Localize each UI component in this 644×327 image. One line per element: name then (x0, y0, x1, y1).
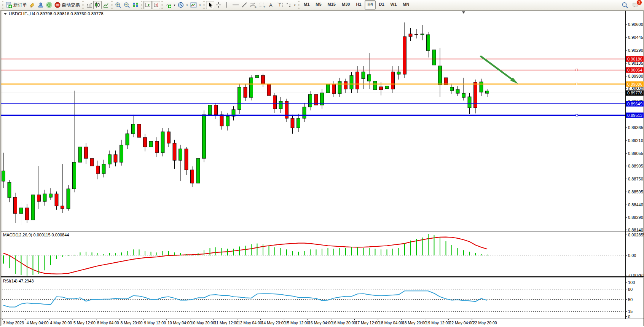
text-label-icon: T (276, 2, 283, 8)
svg-text:0.89055: 0.89055 (628, 151, 643, 156)
line-chart-button[interactable] (102, 1, 110, 9)
zoom-out-button[interactable] (123, 1, 131, 9)
auto-scroll-icon (145, 2, 151, 8)
svg-text:0.88140: 0.88140 (628, 228, 643, 232)
svg-text:22 May 20:00: 22 May 20:00 (473, 321, 497, 325)
price-axis: 0.906000.904450.902900.901350.899800.898… (625, 22, 643, 232)
svg-text:0.88750: 0.88750 (628, 177, 643, 181)
svg-text:0.88905: 0.88905 (628, 164, 643, 168)
candlesticks (2, 22, 489, 225)
candlestick-chart-button[interactable] (93, 1, 102, 9)
crosshair-button[interactable] (214, 1, 223, 9)
symbol-dropdown-icon[interactable] (4, 13, 7, 15)
macd-histogram (3, 234, 487, 276)
svg-text:0.89980: 0.89980 (628, 74, 643, 78)
rsi-pane: RSI(14) 47.29431008050150 (2, 279, 635, 319)
indicators-icon (165, 2, 171, 8)
auto-trading-label: 自动交易 (62, 2, 80, 8)
timeframe-button-m1[interactable]: M1 (301, 0, 312, 10)
svg-text:18 May 04:00: 18 May 04:00 (379, 321, 403, 325)
svg-text:22 May 04:00: 22 May 04:00 (449, 321, 473, 325)
horizontal-level-lines[interactable] (1, 59, 625, 116)
periods-dropdown-caret[interactable]: ▾ (185, 1, 189, 9)
tile-windows-icon (132, 2, 139, 8)
chart-canvas[interactable]: 0.906000.904450.902900.901350.899800.898… (0, 10, 644, 327)
svg-text:9 May 12:00: 9 May 12:00 (144, 321, 166, 325)
text-label-button[interactable]: T (275, 1, 284, 9)
search-button[interactable] (620, 1, 630, 9)
periods-button[interactable] (177, 1, 185, 9)
svg-text:16 May 04:00: 16 May 04:00 (308, 321, 333, 325)
search-icon (622, 2, 628, 8)
timeframe-button-d1[interactable]: D1 (376, 0, 387, 10)
svg-text:0: 0 (628, 314, 630, 319)
chart-title: USDCHF-,H4 0.89798 0.89816 0.89760 0.897… (4, 11, 104, 16)
bar-chart-button[interactable] (85, 1, 93, 9)
candlestick-icon (94, 2, 100, 8)
timeframe-button-m15[interactable]: M15 (325, 0, 338, 10)
timeframe-button-h4[interactable]: H4 (365, 0, 375, 10)
indicators-toolbar-group: ▾ ▾ ▾ (161, 1, 202, 9)
paint-bucket-icon (29, 2, 35, 8)
indicators-dropdown-caret[interactable]: ▾ (172, 1, 177, 9)
fibonacci-button[interactable]: E (249, 1, 258, 9)
svg-text:16 May 20:00: 16 May 20:00 (332, 321, 356, 325)
new-order-button[interactable]: 新订单 (5, 1, 28, 9)
zoom-in-button[interactable] (114, 1, 123, 9)
chat-button[interactable]: 1 (631, 1, 640, 9)
svg-text:17 May 12:00: 17 May 12:00 (355, 321, 380, 325)
clock-icon (178, 2, 184, 8)
trendline-button[interactable] (240, 1, 249, 9)
timeframe-button-h1[interactable]: H1 (353, 0, 364, 10)
svg-text:14 May 23:00: 14 May 23:00 (261, 321, 286, 325)
svg-text:0.89210: 0.89210 (628, 138, 643, 143)
chart-shift-button[interactable] (152, 1, 160, 9)
svg-text:0.90290: 0.90290 (628, 48, 643, 53)
svg-text:0.90054: 0.90054 (627, 68, 642, 72)
svg-text:0.00: 0.00 (628, 253, 636, 258)
mt4-terminal-window: 新订单 自动交易 (0, 0, 644, 327)
indicators-button[interactable] (164, 1, 172, 9)
svg-text:0.88290: 0.88290 (628, 215, 643, 220)
svg-text:0.90186: 0.90186 (627, 57, 642, 61)
timeframe-button-m30[interactable]: M30 (339, 0, 352, 10)
horizontal-line-button[interactable] (231, 1, 240, 9)
hline-handle-0.89886[interactable] (576, 83, 578, 85)
grid-button[interactable]: F (258, 1, 267, 9)
vertical-line-button[interactable] (223, 1, 231, 9)
svg-text:-0.002634: -0.002634 (628, 273, 644, 278)
chart-type-toolbar-group (82, 1, 110, 9)
line-chart-icon (103, 2, 109, 8)
svg-text:0.89830: 0.89830 (628, 86, 643, 91)
templates-dropdown-caret[interactable]: ▾ (198, 1, 202, 9)
timeframe-button-m5[interactable]: M5 (313, 0, 324, 10)
styler-button[interactable] (28, 1, 37, 9)
svg-text:8 May 04:00: 8 May 04:00 (97, 321, 119, 325)
cursor-button[interactable] (206, 1, 214, 9)
macd-label: MACD(12,26,9) 0.000115 0.000844 (3, 233, 69, 237)
new-order-icon (6, 2, 12, 8)
svg-text:18 May 20:00: 18 May 20:00 (402, 321, 427, 325)
svg-text:0.89886: 0.89886 (627, 82, 642, 86)
text-button[interactable]: A (267, 1, 275, 9)
tile-windows-button[interactable] (131, 1, 140, 9)
chart-window: 0.906000.904450.902900.901350.899800.898… (0, 10, 644, 327)
signals-button[interactable] (45, 1, 53, 9)
auto-trading-button[interactable]: 自动交易 (53, 1, 81, 9)
timeframe-button-w1[interactable]: W1 (388, 0, 400, 10)
svg-text:11 May 12:00: 11 May 12:00 (214, 321, 238, 325)
timeframe-button-mn[interactable]: MN (400, 0, 412, 10)
templates-button[interactable] (189, 1, 198, 9)
zoom-in-icon (115, 2, 121, 8)
arrows-dropdown-caret[interactable]: ▾ (293, 1, 297, 9)
cursor-arrow-icon (207, 2, 213, 8)
hline-handle-0.90054[interactable] (576, 69, 578, 71)
svg-text:0.89365: 0.89365 (628, 125, 643, 130)
chart-shift-marker[interactable] (462, 11, 465, 14)
hline-handle-0.89513[interactable] (576, 114, 578, 116)
community-button[interactable] (37, 1, 45, 9)
auto-scroll-button[interactable] (143, 1, 152, 9)
auto-trading-icon (54, 2, 61, 8)
svg-text:0.89649: 0.89649 (627, 102, 642, 106)
arrows-tool-button[interactable] (284, 1, 293, 9)
